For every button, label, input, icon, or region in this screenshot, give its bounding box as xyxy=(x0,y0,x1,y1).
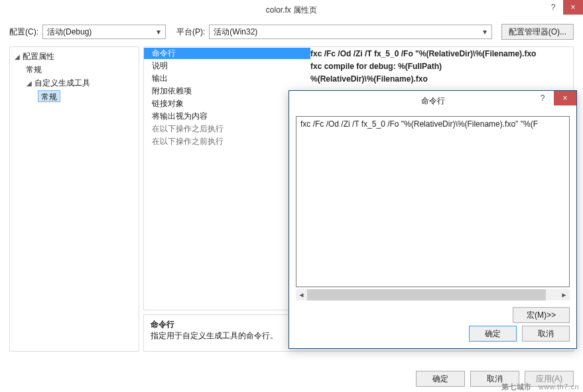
config-toolbar: 配置(C): 活动(Debug) ▾ 平台(P): 活动(Win32) ▾ 配置… xyxy=(0,20,583,46)
popup-titlebar: 命令行 ? × xyxy=(289,91,576,111)
platform-value: 活动(Win32) xyxy=(214,27,257,38)
configuration-manager-button[interactable]: 配置管理器(O)... xyxy=(501,24,574,40)
scroll-left-icon[interactable]: ◄ xyxy=(296,289,307,300)
chevron-down-icon: ▾ xyxy=(480,27,490,36)
tree-node-general[interactable]: 常规 xyxy=(11,63,137,76)
grid-row-outputs[interactable]: 输出 %(RelativeDir)\%(Filename).fxo xyxy=(144,72,573,85)
close-button[interactable]: × xyxy=(563,0,583,15)
category-tree[interactable]: 配置属性 常规 自定义生成工具 常规 xyxy=(9,46,139,352)
scroll-thumb[interactable] xyxy=(307,289,546,300)
scroll-track[interactable] xyxy=(307,289,558,300)
grid-row-description[interactable]: 说明 fxc compile for debug: %(FullPath) xyxy=(144,60,573,72)
tree-node-config-props[interactable]: 配置属性 xyxy=(11,50,137,63)
popup-ok-button[interactable]: 确定 xyxy=(469,326,517,342)
tree-node-custom-build-tool-general[interactable]: 常规 xyxy=(11,90,137,103)
popup-help-button[interactable]: ? xyxy=(531,91,554,105)
popup-close-button[interactable]: × xyxy=(554,91,576,105)
popup-cancel-button[interactable]: 取消 xyxy=(522,326,570,342)
window-title: color.fx 属性页 xyxy=(0,5,583,16)
platform-combo[interactable]: 活动(Win32) ▾ xyxy=(209,25,491,39)
grid-row-commandline[interactable]: 命令行 fxc /Fc /Od /Zi /T fx_5_0 /Fo "%(Rel… xyxy=(144,47,573,60)
configuration-value: 活动(Debug) xyxy=(47,27,92,38)
expand-icon xyxy=(14,53,21,60)
commandline-textarea[interactable]: fxc /Fc /Od /Zi /T fx_5_0 /Fo "%(Relativ… xyxy=(296,116,570,287)
scroll-right-icon[interactable]: ► xyxy=(558,289,570,300)
tree-node-custom-build-tool[interactable]: 自定义生成工具 xyxy=(11,76,137,90)
chevron-down-icon: ▾ xyxy=(153,27,164,36)
commandline-dialog: 命令行 ? × fxc /Fc /Od /Zi /T fx_5_0 /Fo "%… xyxy=(289,90,577,349)
macros-button[interactable]: 宏(M)>> xyxy=(513,307,570,323)
horizontal-scrollbar[interactable]: ◄ ► xyxy=(296,289,570,300)
help-button[interactable]: ? xyxy=(543,0,563,15)
configuration-label: 配置(C): xyxy=(9,27,38,38)
watermark: 第七城市 www.th7.cn xyxy=(501,382,579,392)
main-titlebar: color.fx 属性页 ? × xyxy=(0,0,583,20)
platform-label: 平台(P): xyxy=(176,27,205,38)
ok-button[interactable]: 确定 xyxy=(416,371,465,387)
expand-icon xyxy=(26,80,32,87)
configuration-combo[interactable]: 活动(Debug) ▾ xyxy=(42,25,166,39)
